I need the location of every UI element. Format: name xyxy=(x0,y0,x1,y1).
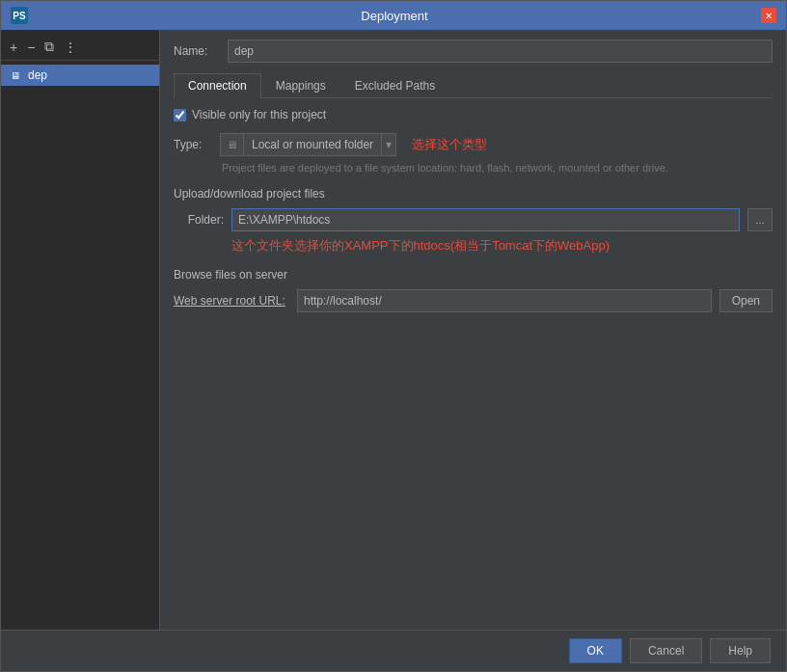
type-label: Type: xyxy=(174,138,212,151)
cancel-button[interactable]: Cancel xyxy=(630,638,702,663)
tab-connection[interactable]: Connection xyxy=(174,73,261,98)
sidebar: + − ⧉ ⋮ 🖥 dep xyxy=(1,30,160,630)
main-panel: Name: Connection Mappings Excluded Paths… xyxy=(160,30,786,630)
title-bar: PS Deployment ✕ xyxy=(1,1,786,30)
add-server-button[interactable]: + xyxy=(7,39,20,56)
folder-annotation: 这个文件夹选择你的XAMPP下的htdocs(相当于Tomcat下的WebApp… xyxy=(231,237,773,255)
deployment-dialog: PS Deployment ✕ + − ⧉ ⋮ 🖥 dep Name: xyxy=(0,0,787,672)
menu-server-button[interactable]: ⋮ xyxy=(61,39,80,56)
remove-server-button[interactable]: − xyxy=(24,39,38,56)
type-select[interactable]: 🖥 Local or mounted folder ▾ xyxy=(220,133,396,156)
bottom-bar: OK Cancel Help xyxy=(1,630,786,671)
name-input[interactable] xyxy=(228,40,773,63)
type-select-text: Local or mounted folder xyxy=(244,134,381,155)
url-label: Web server root URL: xyxy=(174,294,289,308)
type-dropdown-arrow[interactable]: ▾ xyxy=(381,134,395,155)
dialog-title: Deployment xyxy=(28,9,761,23)
type-select-icon: 🖥 xyxy=(221,134,244,155)
type-annotation: 选择这个类型 xyxy=(412,136,487,153)
ok-button[interactable]: OK xyxy=(569,638,622,663)
sidebar-item-dep[interactable]: 🖥 dep xyxy=(1,65,159,86)
folder-row: Folder: ... xyxy=(174,208,773,231)
visible-only-label: Visible only for this project xyxy=(192,108,326,121)
sidebar-toolbar: + − ⧉ ⋮ xyxy=(1,34,159,61)
app-icon: PS xyxy=(11,7,28,24)
visible-only-checkbox[interactable] xyxy=(174,109,186,121)
type-hint-text: Project files are deployed to a file sys… xyxy=(222,162,773,174)
upload-section-title: Upload/download project files xyxy=(174,187,773,201)
copy-server-button[interactable]: ⧉ xyxy=(41,38,57,56)
help-button[interactable]: Help xyxy=(710,638,771,663)
visible-only-row: Visible only for this project xyxy=(174,108,773,121)
name-row: Name: xyxy=(174,40,773,63)
url-input[interactable] xyxy=(297,289,712,312)
connection-tab-content: Visible only for this project Type: 🖥 Lo… xyxy=(174,108,773,312)
browse-section-title: Browse files on server xyxy=(174,268,773,282)
open-button[interactable]: Open xyxy=(719,289,773,312)
server-icon: 🖥 xyxy=(9,68,22,82)
tab-mappings[interactable]: Mappings xyxy=(261,73,340,98)
type-row: Type: 🖥 Local or mounted folder ▾ 选择这个类型 xyxy=(174,133,773,156)
dialog-content: + − ⧉ ⋮ 🖥 dep Name: Connection Mappings … xyxy=(1,30,786,630)
tab-excluded-paths[interactable]: Excluded Paths xyxy=(340,73,449,98)
folder-input[interactable] xyxy=(231,208,740,231)
tab-bar: Connection Mappings Excluded Paths xyxy=(174,72,773,98)
close-button[interactable]: ✕ xyxy=(761,8,776,23)
title-bar-left: PS xyxy=(11,7,28,24)
browse-button[interactable]: ... xyxy=(747,208,773,231)
name-label: Name: xyxy=(174,44,222,58)
folder-label: Folder: xyxy=(174,213,224,227)
url-row: Web server root URL: Open xyxy=(174,289,773,312)
sidebar-item-label: dep xyxy=(28,68,47,82)
